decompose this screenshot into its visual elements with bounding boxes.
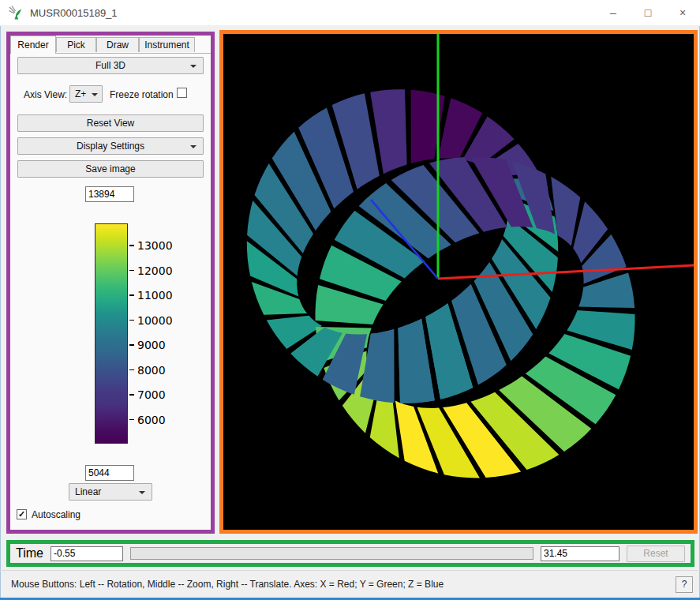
axis-view-combobox-value: Z+ (75, 88, 86, 99)
scale-type-combobox[interactable]: Linear (69, 483, 152, 501)
tab-instrument[interactable]: Instrument (139, 37, 195, 52)
colorbar-tick-label: 11000 (137, 289, 173, 302)
colorbar-tick-label: 10000 (137, 313, 173, 326)
tab-draw[interactable]: Draw (96, 37, 139, 52)
close-icon[interactable]: × (665, 0, 700, 25)
title-bar: MUSR00015189_1 – □ × (0, 0, 700, 26)
time-bar: Time Reset (6, 540, 694, 567)
render-viewport-frame (219, 30, 698, 534)
autoscaling-label: Autoscaling (32, 509, 80, 520)
colorbar-tick-mark (129, 419, 134, 421)
controls-panel: Render Pick Draw Instrument Full 3D Axis… (6, 32, 215, 534)
save-image-button-label: Save image (85, 163, 135, 174)
chevron-down-icon (190, 65, 197, 68)
axis-view-combobox[interactable]: Z+ (69, 85, 103, 103)
freeze-rotation-checkbox[interactable] (177, 88, 187, 98)
chevron-down-icon (139, 491, 145, 494)
render-viewport[interactable] (223, 34, 694, 530)
axis-view-label: Axis View: (24, 89, 67, 100)
status-bar: Mouse Buttons: Left -- Rotation, Middle … (0, 570, 700, 598)
reset-view-button-label: Reset View (87, 118, 134, 129)
time-min-input[interactable] (51, 546, 123, 561)
time-max-input[interactable] (541, 546, 620, 561)
colorbar-tick-label: 12000 (137, 264, 173, 276)
tab-bar: Render Pick Draw Instrument (10, 36, 211, 54)
projection-combobox[interactable]: Full 3D (17, 57, 204, 74)
render-tab-page: Render Pick Draw Instrument Full 3D Axis… (10, 36, 211, 530)
time-reset-button[interactable]: Reset (627, 546, 685, 562)
tab-render[interactable]: Render (10, 36, 56, 54)
time-slider[interactable] (130, 547, 533, 560)
window-title: MUSR00015189_1 (30, 7, 118, 19)
time-reset-button-label: Reset (643, 548, 668, 559)
reset-view-button[interactable]: Reset View (17, 114, 204, 132)
colorbar-tick-label: 7000 (137, 388, 166, 401)
colorbar-tick-mark (129, 320, 134, 321)
chevron-down-icon (92, 93, 98, 96)
projection-combobox-value: Full 3D (95, 60, 125, 71)
instrument-view-window: { "window": { "title": "MUSR00015189_1",… (0, 0, 700, 600)
scale-max-input[interactable] (85, 186, 134, 202)
display-settings-button-label: Display Settings (77, 141, 144, 152)
freeze-rotation-label: Freeze rotation (110, 89, 174, 100)
minimize-icon[interactable]: – (596, 0, 631, 25)
window-controls: – □ × (596, 0, 700, 25)
tab-pick[interactable]: Pick (56, 37, 96, 52)
time-label: Time (16, 546, 43, 561)
autoscaling-checkbox[interactable] (17, 509, 27, 519)
colorbar-tick-mark (129, 369, 134, 371)
display-settings-button[interactable]: Display Settings (17, 137, 204, 155)
colorbar-tick-mark (129, 245, 134, 246)
scale-type-combobox-value: Linear (75, 486, 101, 497)
maximize-icon[interactable]: □ (631, 0, 665, 25)
colorbar-tick-mark (129, 394, 134, 396)
mantid-app-icon (8, 5, 24, 21)
colorbar-tick-label: 9000 (137, 339, 166, 351)
help-button[interactable]: ? (676, 576, 693, 593)
colorbar-tick-mark (129, 270, 134, 272)
colorbar-tick-label: 8000 (137, 363, 166, 376)
chevron-down-icon (190, 145, 197, 148)
colorbar-tick-mark (129, 294, 134, 296)
colorbar-tick-mark (129, 344, 134, 346)
status-text: Mouse Buttons: Left -- Rotation, Middle … (11, 579, 444, 590)
colorbar-tick-label: 13000 (137, 239, 173, 252)
save-image-button[interactable]: Save image (17, 160, 204, 178)
colorbar-tick-label: 6000 (137, 414, 166, 426)
colorbar[interactable] (95, 223, 128, 444)
scale-min-input[interactable] (85, 465, 134, 481)
